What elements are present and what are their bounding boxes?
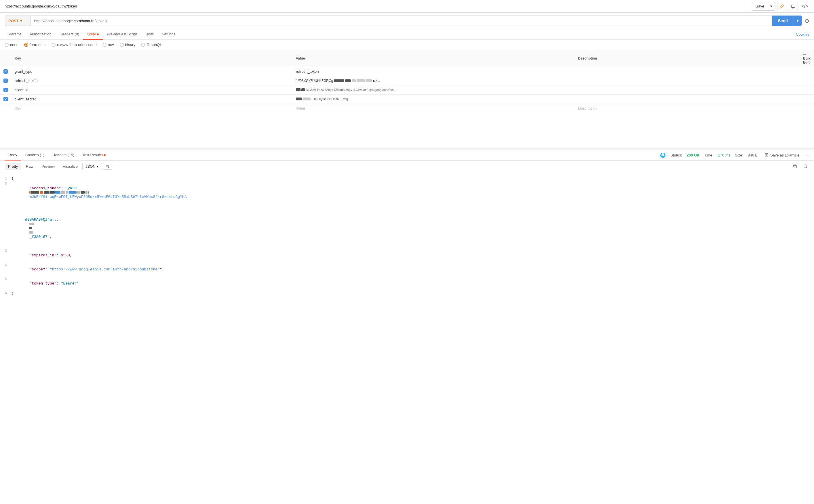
comment-icon-button[interactable]	[789, 2, 798, 11]
response-tab-tests[interactable]: Test Results	[78, 150, 110, 161]
format-tab-pretty[interactable]: Pretty	[5, 163, 21, 170]
empty-actions-cell	[800, 104, 814, 113]
more-options-icon[interactable]: ···	[806, 153, 809, 157]
format-tab-preview[interactable]: Preview	[38, 163, 58, 170]
th-actions: ··· Bulk Edit	[800, 50, 814, 67]
wrap-button[interactable]	[103, 163, 112, 170]
row-value-cell[interactable]: refresh_token	[292, 67, 575, 76]
response-tab-cookies[interactable]: Cookies (1)	[21, 150, 48, 161]
row-desc-cell[interactable]	[575, 67, 800, 76]
radio-none[interactable]: none	[5, 43, 18, 47]
save-dropdown-arrow[interactable]: ▾	[768, 2, 775, 10]
blur-block	[296, 88, 300, 91]
tab-tests[interactable]: Tests	[141, 29, 158, 40]
method-selector[interactable]: POST ▾	[5, 16, 30, 26]
time-value: 170 ms	[718, 153, 730, 157]
table-row: ✓ client_id %C556-lmls782tojo406aulqr5sg…	[0, 85, 814, 95]
json-format-selector[interactable]: JSON ▾	[82, 163, 102, 170]
radio-raw-dot	[102, 43, 106, 47]
save-button[interactable]: Save ▾	[752, 2, 775, 11]
radio-urlencoded-dot	[52, 43, 56, 47]
row-key-cell[interactable]: refresh_token	[11, 76, 292, 85]
send-button[interactable]: Send ▾	[772, 16, 802, 26]
radio-raw[interactable]: raw	[102, 43, 114, 47]
radio-form-data[interactable]: form-data	[24, 43, 46, 47]
blur-block	[334, 79, 344, 82]
row-value-cell[interactable]: ...0uHQr4U8BOos6lF0wig	[292, 95, 575, 104]
tab-body[interactable]: Body	[83, 29, 103, 40]
radio-urlencoded[interactable]: x-www-form-urlencoded	[52, 43, 97, 47]
bulk-edit-button[interactable]: Bulk Edit	[803, 56, 811, 64]
edit-icon	[779, 4, 784, 9]
row-value-cell[interactable]: 1//06XGk7UUHkZGRCg ▶z...	[292, 76, 575, 85]
tab-headers[interactable]: Headers (9)	[56, 29, 83, 40]
empty-key-cell[interactable]: Key	[11, 104, 292, 113]
url-input[interactable]	[30, 16, 772, 26]
response-tab-headers[interactable]: Headers (15)	[48, 150, 78, 161]
title-url: https://accounts.google.com/o/oauth2/tok…	[5, 4, 77, 8]
row-actions-cell	[800, 67, 814, 76]
row-checkbox-cell: ✓	[0, 67, 11, 76]
tab-settings[interactable]: Settings	[158, 29, 179, 40]
th-value: Value	[292, 50, 575, 67]
edit-icon-button[interactable]	[777, 2, 786, 11]
more-options-icon[interactable]: ···	[803, 52, 806, 56]
svg-rect-0	[792, 5, 795, 7]
line-content: "scope": "https://www.googleapis.com/aut…	[12, 263, 814, 276]
copy-button[interactable]	[791, 162, 799, 170]
settings-icon[interactable]: ⊙	[805, 17, 809, 24]
blur-block	[365, 79, 372, 82]
cookies-link[interactable]: Cookies	[796, 29, 809, 39]
row-key-cell[interactable]: client_secret	[11, 95, 292, 104]
row-desc-cell[interactable]	[575, 95, 800, 104]
save-example-button[interactable]: Save as Example	[762, 152, 802, 159]
empty-desc-cell[interactable]: Description	[575, 104, 800, 113]
row-checkbox[interactable]: ✓	[3, 79, 8, 83]
empty-value-cell[interactable]: Value	[292, 104, 575, 113]
row-checkbox[interactable]: ✓	[3, 88, 8, 92]
blur-block	[296, 98, 302, 100]
format-tab-visualize[interactable]: Visualize	[59, 163, 81, 170]
method-dropdown-arrow[interactable]: ▾	[20, 19, 22, 23]
line-content: }	[12, 291, 814, 295]
code-line-1: 1 {	[0, 176, 814, 181]
tab-pre-request[interactable]: Pre-request Script	[103, 29, 141, 40]
code-view-button[interactable]: </>	[800, 2, 809, 11]
row-key-cell[interactable]: grant_type	[11, 67, 292, 76]
format-actions	[791, 162, 809, 170]
format-bar: Pretty Raw Preview Visualize JSON ▾	[0, 161, 814, 172]
tab-authorization[interactable]: Authorization	[26, 29, 56, 40]
wrap-icon	[106, 164, 110, 168]
row-actions-cell	[800, 76, 814, 85]
th-checkbox	[0, 50, 11, 67]
code-viewer: 1 { 2 "access_token": "ya29.	[0, 172, 814, 504]
save-icon	[765, 153, 769, 157]
panel-divider	[0, 148, 814, 150]
send-label[interactable]: Send	[772, 16, 794, 26]
svg-rect-2	[766, 153, 767, 154]
row-desc-cell[interactable]	[575, 85, 800, 95]
blur-block	[345, 79, 351, 82]
line-content: {	[12, 176, 814, 181]
row-checkbox[interactable]: ✓	[3, 97, 8, 101]
row-key-cell[interactable]: client_id	[11, 85, 292, 95]
tab-params[interactable]: Params	[5, 29, 26, 40]
row-desc-cell[interactable]	[575, 76, 800, 85]
th-description: Description	[575, 50, 800, 67]
row-value-cell[interactable]: %C556-lmls782tojo406aulqr5sgy162avplar.a…	[292, 85, 575, 95]
line-content: d8SARASFQl4u... _%3A0167",	[12, 209, 814, 248]
radio-binary[interactable]: binary	[120, 43, 135, 47]
response-tab-body[interactable]: Body	[5, 150, 21, 161]
radio-graphql[interactable]: GraphQL	[141, 43, 162, 47]
table-row: ✓ client_secret ...0uHQr4U8BOos6lF0wig	[0, 95, 814, 104]
row-checkbox[interactable]: ✓	[3, 69, 8, 74]
format-tabs: Pretty Raw Preview Visualize	[5, 163, 81, 170]
format-left: Pretty Raw Preview Visualize JSON ▾	[5, 163, 112, 170]
save-label[interactable]: Save	[752, 2, 768, 10]
format-tab-raw[interactable]: Raw	[22, 163, 37, 170]
time-label: Time:	[704, 153, 713, 157]
code-line-5: 5 "token_type": "Bearer"	[0, 276, 814, 291]
search-button[interactable]	[801, 162, 809, 170]
send-dropdown-arrow[interactable]: ▾	[794, 16, 802, 26]
request-tabs: Params Authorization Headers (9) Body Pr…	[5, 29, 179, 39]
